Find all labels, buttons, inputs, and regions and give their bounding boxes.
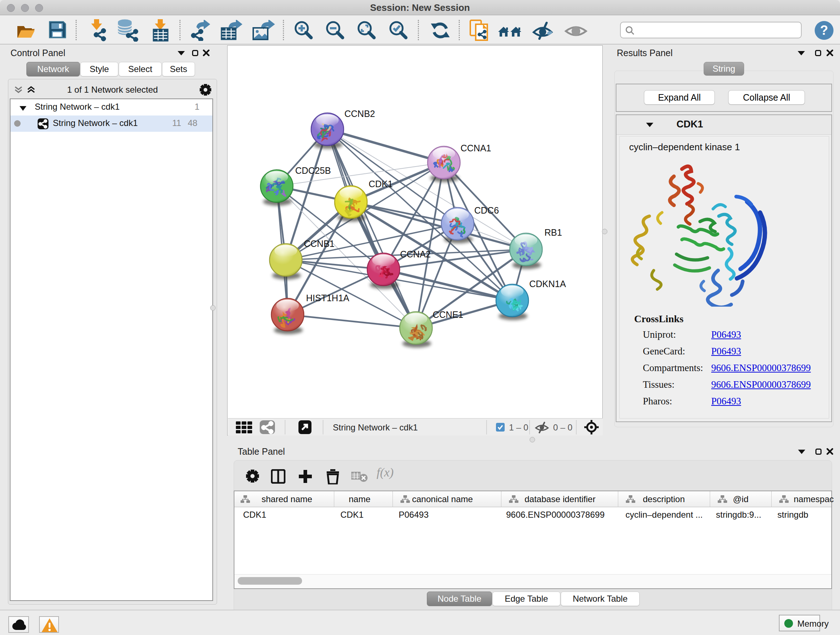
svg-text:CDK1: CDK1 (369, 179, 393, 189)
svg-text:CCNE1: CCNE1 (433, 310, 463, 320)
svg-text:CCNA2: CCNA2 (400, 249, 431, 259)
svg-text:CDC6: CDC6 (474, 205, 499, 215)
svg-text:HIST1H1A: HIST1H1A (306, 293, 349, 303)
svg-text:RB1: RB1 (545, 227, 562, 238)
svg-text:CDC25B: CDC25B (295, 165, 331, 176)
svg-text:CDKN1A: CDKN1A (529, 279, 566, 289)
svg-text:CCNA1: CCNA1 (461, 143, 491, 153)
svg-text:CCNB2: CCNB2 (344, 109, 375, 119)
svg-text:CCNB1: CCNB1 (304, 239, 335, 249)
svg-text:?: ? (820, 23, 828, 38)
